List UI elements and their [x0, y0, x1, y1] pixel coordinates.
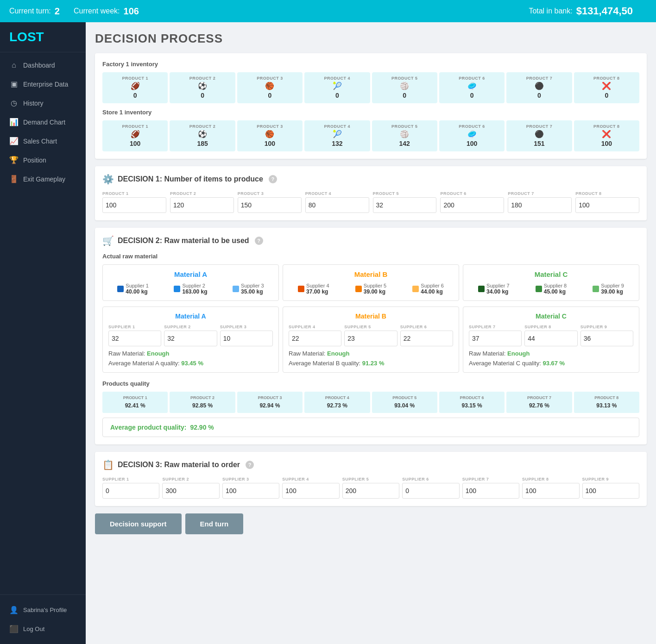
supplier-input[interactable]	[400, 331, 453, 346]
decision-support-button[interactable]: Decision support	[95, 513, 182, 534]
products-quality-label: Products quality	[102, 380, 639, 387]
factory-inventory-item: PRODUCT 4🎾0	[304, 72, 370, 103]
position-label: Position	[23, 156, 46, 164]
sidebar-footer-item-logout[interactable]: ⬛Log Out	[0, 619, 86, 638]
supplier-dot	[478, 286, 485, 292]
decision3-supplier-field: SUPPLIER 1	[102, 477, 159, 499]
bottom-buttons: Decision support End turn	[95, 513, 647, 538]
decision1-help-icon[interactable]: ?	[269, 175, 277, 183]
main-content: DECISION PROCESS Factory 1 inventory PRO…	[86, 22, 656, 644]
decision1-input[interactable]	[373, 197, 437, 213]
store-inventory-item: PRODUCT 6🥏100	[439, 120, 505, 151]
quality-item: PRODUCT 292.85 %	[170, 392, 235, 413]
decision1-product-field: PRODUCT 5	[373, 191, 437, 213]
store-inventory-grid: PRODUCT 1🏈100PRODUCT 2⚽185PRODUCT 3🏀100P…	[102, 120, 639, 151]
decision2-help-icon[interactable]: ?	[255, 237, 263, 245]
page-title: DECISION PROCESS	[95, 31, 647, 46]
supplier-input[interactable]	[164, 331, 217, 346]
supplier-input[interactable]	[469, 331, 522, 346]
supplier-input[interactable]	[108, 331, 161, 346]
supplier-dot	[298, 286, 304, 292]
decision3-input[interactable]	[342, 483, 399, 499]
supplier-input[interactable]	[289, 331, 341, 346]
decision3-input[interactable]	[282, 483, 339, 499]
supplier-inputs-a: Material A SUPPLIER 1 SUPPLIER 2 SUPPLIE…	[102, 306, 279, 373]
decision1-card: ⚙️ DECISION 1: Number of items to produc…	[95, 166, 647, 220]
quality-item: PRODUCT 593.04 %	[372, 392, 437, 413]
decision3-card: 📋 DECISION 3: Raw material to order ? SU…	[95, 452, 647, 506]
demand-chart-label: Demand Chart	[23, 119, 65, 126]
store-inventory-item: PRODUCT 5🏐142	[372, 120, 437, 151]
supplier-field-wrap: SUPPLIER 9	[580, 325, 633, 346]
sidebar-item-demand-chart[interactable]: 📊Demand Chart	[0, 113, 86, 131]
current-week-label: Current week:	[74, 7, 120, 15]
decision1-product-field: PRODUCT 6	[440, 191, 504, 213]
decision1-product-field: PRODUCT 8	[575, 191, 639, 213]
decision3-input[interactable]	[102, 483, 159, 499]
decision3-input[interactable]	[162, 483, 219, 499]
decision3-input[interactable]	[222, 483, 279, 499]
supplier-item: Supplier 5 39.00 kg	[355, 283, 387, 295]
avg-product-quality-text: Average product quality:	[110, 424, 186, 431]
decision3-input[interactable]	[522, 483, 579, 499]
supplier-dot	[174, 286, 180, 292]
enterprise-data-label: Enterprise Data	[23, 81, 68, 88]
history-icon: ◷	[9, 99, 19, 107]
quality-item: PRODUCT 492.73 %	[304, 392, 370, 413]
supplier-input[interactable]	[220, 331, 273, 346]
supplier-item: Supplier 4 37.00 kg	[298, 283, 329, 295]
supplier-input[interactable]	[580, 331, 633, 346]
supplier-input[interactable]	[344, 331, 397, 346]
sidebar-item-enterprise-data[interactable]: ▣Enterprise Data	[0, 75, 86, 94]
current-turn-item: Current turn: 2	[9, 6, 60, 17]
decision1-input[interactable]	[575, 197, 639, 213]
supplier-field-wrap: SUPPLIER 1	[108, 325, 161, 346]
enterprise-data-icon: ▣	[9, 80, 19, 88]
decision1-input[interactable]	[102, 197, 166, 213]
decision3-input[interactable]	[582, 483, 639, 499]
position-icon: 🏆	[9, 156, 19, 164]
factory-inventory-item: PRODUCT 1🏈0	[102, 72, 168, 103]
sidebar-item-exit-gameplay[interactable]: 🚪Exit Gameplay	[0, 169, 86, 188]
sidebar-item-dashboard[interactable]: ⌂Dashboard	[0, 56, 86, 75]
decision3-help-icon[interactable]: ?	[246, 461, 254, 469]
store-inventory-item: PRODUCT 2⚽185	[170, 120, 235, 151]
decision1-product-field: PRODUCT 7	[508, 191, 572, 213]
decision3-input[interactable]	[462, 483, 519, 499]
supplier-field-wrap: SUPPLIER 5	[344, 325, 397, 346]
decision1-input[interactable]	[305, 197, 369, 213]
decision1-input[interactable]	[170, 197, 234, 213]
decision3-input[interactable]	[402, 483, 459, 499]
logout-icon: ⬛	[9, 625, 19, 633]
logout-label: Log Out	[23, 625, 44, 632]
material-card-b: Material B Supplier 4 37.00 kg Supplier …	[283, 264, 459, 301]
app-logo: LOST	[0, 22, 86, 52]
factory-inventory-item: PRODUCT 2⚽0	[170, 72, 235, 103]
sidebar-footer-item-profile[interactable]: 👤Sabrina's Profile	[0, 600, 86, 619]
exit-gameplay-label: Exit Gameplay	[23, 175, 65, 183]
decision1-product-field: PRODUCT 3	[238, 191, 302, 213]
supplier-dot	[117, 286, 124, 292]
profile-label: Sabrina's Profile	[23, 606, 67, 613]
decision1-header: ⚙️ DECISION 1: Number of items to produc…	[102, 174, 639, 185]
supplier-input[interactable]	[524, 331, 577, 346]
decision3-header: 📋 DECISION 3: Raw material to order ?	[102, 459, 639, 470]
materials-summary-grid: Material A Supplier 1 40.00 kg Supplier …	[102, 264, 639, 301]
end-turn-button[interactable]: End turn	[185, 513, 244, 534]
inventory-card: Factory 1 inventory PRODUCT 1🏈0PRODUCT 2…	[95, 53, 647, 159]
total-bank-value: $131,474,50	[576, 5, 633, 17]
sidebar-item-history[interactable]: ◷History	[0, 94, 86, 113]
supplier-item: Supplier 3 35.00 kg	[233, 283, 264, 295]
current-turn-label: Current turn:	[9, 7, 51, 15]
sales-chart-label: Sales Chart	[23, 138, 57, 145]
decision3-supplier-field: SUPPLIER 6	[402, 477, 459, 499]
sidebar-item-position[interactable]: 🏆Position	[0, 150, 86, 169]
profile-icon: 👤	[9, 606, 19, 614]
sidebar-item-sales-chart[interactable]: 📈Sales Chart	[0, 131, 86, 150]
supplier-item: Supplier 9 39.00 kg	[593, 283, 624, 295]
decision1-input[interactable]	[440, 197, 504, 213]
decision1-input[interactable]	[238, 197, 302, 213]
decision1-input[interactable]	[508, 197, 572, 213]
current-turn-value: 2	[55, 6, 60, 17]
exit-gameplay-icon: 🚪	[9, 175, 19, 183]
